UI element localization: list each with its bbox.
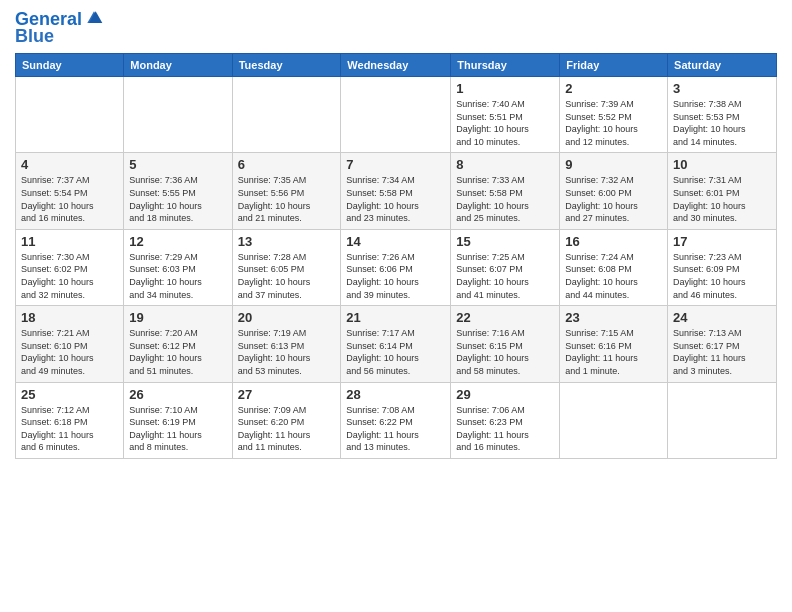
day-number: 27 [238,387,336,402]
day-header: Tuesday [232,54,341,77]
day-number: 5 [129,157,226,172]
day-number: 19 [129,310,226,325]
day-info: Sunrise: 7:06 AMSunset: 6:23 PMDaylight:… [456,404,554,454]
calendar-week-row: 11Sunrise: 7:30 AMSunset: 6:02 PMDayligh… [16,229,777,305]
calendar-week-row: 25Sunrise: 7:12 AMSunset: 6:18 PMDayligh… [16,382,777,458]
calendar-cell: 19Sunrise: 7:20 AMSunset: 6:12 PMDayligh… [124,306,232,382]
day-number: 23 [565,310,662,325]
day-number: 24 [673,310,771,325]
calendar-cell: 20Sunrise: 7:19 AMSunset: 6:13 PMDayligh… [232,306,341,382]
calendar-cell: 4Sunrise: 7:37 AMSunset: 5:54 PMDaylight… [16,153,124,229]
calendar-cell: 29Sunrise: 7:06 AMSunset: 6:23 PMDayligh… [451,382,560,458]
calendar-cell: 28Sunrise: 7:08 AMSunset: 6:22 PMDayligh… [341,382,451,458]
day-number: 28 [346,387,445,402]
calendar-week-row: 18Sunrise: 7:21 AMSunset: 6:10 PMDayligh… [16,306,777,382]
day-number: 14 [346,234,445,249]
day-number: 12 [129,234,226,249]
day-number: 4 [21,157,118,172]
calendar-cell: 5Sunrise: 7:36 AMSunset: 5:55 PMDaylight… [124,153,232,229]
calendar-cell: 17Sunrise: 7:23 AMSunset: 6:09 PMDayligh… [668,229,777,305]
calendar-cell: 27Sunrise: 7:09 AMSunset: 6:20 PMDayligh… [232,382,341,458]
day-info: Sunrise: 7:25 AMSunset: 6:07 PMDaylight:… [456,251,554,301]
day-info: Sunrise: 7:10 AMSunset: 6:19 PMDaylight:… [129,404,226,454]
header: General Blue [15,10,777,47]
day-number: 21 [346,310,445,325]
day-info: Sunrise: 7:36 AMSunset: 5:55 PMDaylight:… [129,174,226,224]
calendar-cell [560,382,668,458]
day-info: Sunrise: 7:40 AMSunset: 5:51 PMDaylight:… [456,98,554,148]
day-number: 8 [456,157,554,172]
calendar-cell [668,382,777,458]
day-number: 9 [565,157,662,172]
day-number: 3 [673,81,771,96]
calendar-cell: 12Sunrise: 7:29 AMSunset: 6:03 PMDayligh… [124,229,232,305]
calendar-cell: 14Sunrise: 7:26 AMSunset: 6:06 PMDayligh… [341,229,451,305]
day-info: Sunrise: 7:39 AMSunset: 5:52 PMDaylight:… [565,98,662,148]
day-header: Saturday [668,54,777,77]
day-number: 25 [21,387,118,402]
day-number: 1 [456,81,554,96]
day-header: Sunday [16,54,124,77]
day-number: 13 [238,234,336,249]
calendar-header-row: SundayMondayTuesdayWednesdayThursdayFrid… [16,54,777,77]
calendar-cell: 26Sunrise: 7:10 AMSunset: 6:19 PMDayligh… [124,382,232,458]
calendar-cell: 25Sunrise: 7:12 AMSunset: 6:18 PMDayligh… [16,382,124,458]
day-info: Sunrise: 7:38 AMSunset: 5:53 PMDaylight:… [673,98,771,148]
calendar-cell: 3Sunrise: 7:38 AMSunset: 5:53 PMDaylight… [668,77,777,153]
calendar-cell: 16Sunrise: 7:24 AMSunset: 6:08 PMDayligh… [560,229,668,305]
day-info: Sunrise: 7:12 AMSunset: 6:18 PMDaylight:… [21,404,118,454]
day-header: Wednesday [341,54,451,77]
calendar-cell: 8Sunrise: 7:33 AMSunset: 5:58 PMDaylight… [451,153,560,229]
calendar-week-row: 4Sunrise: 7:37 AMSunset: 5:54 PMDaylight… [16,153,777,229]
calendar-cell: 15Sunrise: 7:25 AMSunset: 6:07 PMDayligh… [451,229,560,305]
day-number: 20 [238,310,336,325]
day-info: Sunrise: 7:34 AMSunset: 5:58 PMDaylight:… [346,174,445,224]
day-number: 17 [673,234,771,249]
calendar-table: SundayMondayTuesdayWednesdayThursdayFrid… [15,53,777,459]
day-info: Sunrise: 7:28 AMSunset: 6:05 PMDaylight:… [238,251,336,301]
day-number: 6 [238,157,336,172]
day-number: 7 [346,157,445,172]
day-info: Sunrise: 7:19 AMSunset: 6:13 PMDaylight:… [238,327,336,377]
day-info: Sunrise: 7:32 AMSunset: 6:00 PMDaylight:… [565,174,662,224]
page-container: General Blue SundayMondayTuesdayWednesda… [0,0,792,469]
calendar-cell: 23Sunrise: 7:15 AMSunset: 6:16 PMDayligh… [560,306,668,382]
day-info: Sunrise: 7:09 AMSunset: 6:20 PMDaylight:… [238,404,336,454]
logo-icon [84,8,104,28]
calendar-cell: 21Sunrise: 7:17 AMSunset: 6:14 PMDayligh… [341,306,451,382]
day-info: Sunrise: 7:35 AMSunset: 5:56 PMDaylight:… [238,174,336,224]
day-header: Friday [560,54,668,77]
calendar-cell: 9Sunrise: 7:32 AMSunset: 6:00 PMDaylight… [560,153,668,229]
day-number: 22 [456,310,554,325]
day-info: Sunrise: 7:20 AMSunset: 6:12 PMDaylight:… [129,327,226,377]
calendar-cell: 11Sunrise: 7:30 AMSunset: 6:02 PMDayligh… [16,229,124,305]
calendar-cell: 13Sunrise: 7:28 AMSunset: 6:05 PMDayligh… [232,229,341,305]
day-info: Sunrise: 7:33 AMSunset: 5:58 PMDaylight:… [456,174,554,224]
day-number: 16 [565,234,662,249]
day-info: Sunrise: 7:16 AMSunset: 6:15 PMDaylight:… [456,327,554,377]
day-info: Sunrise: 7:29 AMSunset: 6:03 PMDaylight:… [129,251,226,301]
day-info: Sunrise: 7:26 AMSunset: 6:06 PMDaylight:… [346,251,445,301]
day-number: 15 [456,234,554,249]
calendar-cell [124,77,232,153]
day-info: Sunrise: 7:08 AMSunset: 6:22 PMDaylight:… [346,404,445,454]
day-number: 26 [129,387,226,402]
day-info: Sunrise: 7:15 AMSunset: 6:16 PMDaylight:… [565,327,662,377]
day-number: 10 [673,157,771,172]
calendar-week-row: 1Sunrise: 7:40 AMSunset: 5:51 PMDaylight… [16,77,777,153]
day-info: Sunrise: 7:21 AMSunset: 6:10 PMDaylight:… [21,327,118,377]
day-info: Sunrise: 7:24 AMSunset: 6:08 PMDaylight:… [565,251,662,301]
day-info: Sunrise: 7:17 AMSunset: 6:14 PMDaylight:… [346,327,445,377]
calendar-cell: 7Sunrise: 7:34 AMSunset: 5:58 PMDaylight… [341,153,451,229]
day-number: 29 [456,387,554,402]
calendar-cell: 6Sunrise: 7:35 AMSunset: 5:56 PMDaylight… [232,153,341,229]
calendar-cell: 22Sunrise: 7:16 AMSunset: 6:15 PMDayligh… [451,306,560,382]
day-header: Thursday [451,54,560,77]
calendar-cell: 1Sunrise: 7:40 AMSunset: 5:51 PMDaylight… [451,77,560,153]
calendar-cell [232,77,341,153]
calendar-cell: 24Sunrise: 7:13 AMSunset: 6:17 PMDayligh… [668,306,777,382]
day-number: 18 [21,310,118,325]
logo-text-line2: Blue [15,26,54,46]
logo: General Blue [15,10,104,47]
day-info: Sunrise: 7:30 AMSunset: 6:02 PMDaylight:… [21,251,118,301]
